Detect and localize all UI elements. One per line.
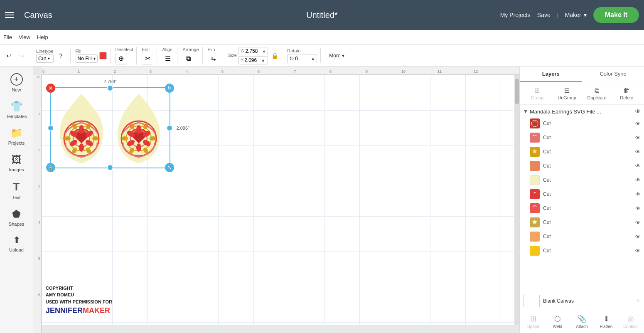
contour-button[interactable]: ◎ Contour: [619, 313, 642, 331]
scrollbar-thumb[interactable]: [515, 79, 519, 104]
aspect-lock-icon[interactable]: 🔒: [271, 52, 278, 59]
layer-visibility-toggle[interactable]: 👁: [635, 108, 641, 115]
undo-button[interactable]: ↩: [3, 50, 15, 62]
fill-select[interactable]: No Fill ▾: [76, 54, 98, 63]
list-item[interactable]: Cut 👁: [520, 187, 644, 201]
layers-toolbar: ⊞ Group ⊟ UnGroup ⧉ Duplicate 🗑 Delete: [520, 82, 644, 105]
size-group: Size W ▲ H ▲ 🔒: [228, 47, 283, 64]
layer-eye-icon[interactable]: 👁: [635, 220, 641, 226]
rotate-handle[interactable]: ↻: [165, 84, 174, 93]
handle-bottom-center[interactable]: [107, 164, 113, 171]
list-item[interactable]: Cut 👁: [520, 131, 644, 145]
list-item[interactable]: Cut 👁: [520, 215, 644, 229]
expand-icon: ▼: [523, 109, 528, 114]
space-button[interactable]: ⊞ Space: [521, 313, 545, 331]
layer-label: Cut: [543, 205, 632, 211]
contour-icon: ◎: [627, 314, 634, 323]
file-menu[interactable]: File: [3, 34, 12, 40]
layer-eye-icon[interactable]: 👁: [635, 191, 641, 197]
blank-canvas-visibility[interactable]: 👁: [635, 298, 641, 304]
tab-layers[interactable]: Layers: [520, 67, 582, 82]
sidebar-item-images[interactable]: 🖼 Images: [2, 150, 31, 175]
view-menu[interactable]: View: [19, 34, 30, 40]
layer-thumbnail: [530, 133, 540, 143]
layer-eye-icon[interactable]: 👁: [635, 163, 641, 169]
machine-selector-button[interactable]: Maker ▾: [565, 12, 587, 18]
duplicate-button[interactable]: ⧉ Duplicate: [583, 85, 611, 102]
hamburger-menu[interactable]: [5, 12, 14, 18]
ruler-horizontal: 0 1 2 3 4 5 6 7 8 9 10 11 12: [42, 67, 519, 75]
scale-handle[interactable]: ⤡: [165, 163, 174, 172]
sidebar-item-upload[interactable]: ⬆ Upload: [2, 232, 31, 256]
layer-thumbnail: [530, 118, 540, 128]
width-field[interactable]: [245, 48, 262, 54]
delete-handle[interactable]: ✕: [46, 84, 55, 93]
sidebar-item-new[interactable]: + New: [2, 70, 31, 96]
ungroup-button[interactable]: ⊟ UnGroup: [553, 85, 581, 102]
layer-eye-icon[interactable]: 👁: [635, 149, 641, 155]
layer-label: Cut: [543, 135, 632, 141]
vertical-scrollbar[interactable]: [514, 75, 519, 325]
handle-left-center[interactable]: [47, 125, 54, 131]
canvas-surface[interactable]: 2.758" 2.096" ✕ ↻ 🔒 ⤡ COPYRIGHT AMY ROME…: [42, 75, 519, 325]
layer-eye-icon[interactable]: 👁: [635, 234, 641, 240]
layers-list: ▼ Mandala Earrings SVG File ... 👁 Cut 👁 …: [520, 105, 644, 292]
layer-eye-icon[interactable]: 👁: [635, 205, 641, 212]
linetype-select[interactable]: Cut ▾: [36, 54, 54, 63]
tab-color-sync[interactable]: Color Sync: [582, 67, 644, 82]
fill-group: Fill No Fill ▾: [76, 49, 111, 63]
menu-bar: File View Help: [0, 30, 644, 45]
list-item[interactable]: Cut 👁: [520, 201, 644, 215]
list-item[interactable]: Cut 👁: [520, 244, 644, 258]
edit-button[interactable]: ✂: [142, 53, 153, 64]
list-item[interactable]: Cut 👁: [520, 159, 644, 173]
save-button[interactable]: Save: [537, 12, 551, 18]
list-item[interactable]: Cut 👁: [520, 145, 644, 159]
delete-button[interactable]: 🗑 Delete: [612, 85, 641, 102]
layer-eye-icon[interactable]: 👁: [635, 135, 641, 141]
make-it-button[interactable]: Make It: [593, 7, 639, 23]
rotate-stepper-up[interactable]: ▲: [311, 56, 315, 61]
attach-button[interactable]: 📎 Attach: [570, 313, 594, 331]
deselect-button[interactable]: ⊕: [116, 53, 127, 64]
height-field[interactable]: [244, 57, 261, 63]
ungroup-icon: ⊟: [555, 86, 580, 94]
height-input[interactable]: H ▲: [238, 56, 268, 64]
redo-button[interactable]: ↪: [16, 50, 27, 62]
attach-icon: 📎: [577, 314, 586, 323]
my-projects-button[interactable]: My Projects: [500, 12, 531, 18]
group-button[interactable]: ⊞ Group: [523, 85, 551, 102]
arrange-button[interactable]: ⧉: [182, 53, 194, 64]
sidebar-item-templates[interactable]: 👕 Templates: [2, 97, 31, 122]
flatten-button[interactable]: ⬇ Flatten: [595, 313, 618, 331]
sidebar-item-shapes[interactable]: ⬟ Shapes: [2, 205, 31, 230]
weld-button[interactable]: ⬡ Weld: [546, 313, 570, 331]
handle-right-center[interactable]: [166, 125, 173, 131]
list-item[interactable]: Cut 👁: [520, 116, 644, 131]
list-item[interactable]: Cut 👁: [520, 173, 644, 187]
height-stepper-up[interactable]: ▲: [261, 58, 265, 62]
svg-point-39: [532, 234, 538, 241]
rotate-field[interactable]: [295, 56, 310, 62]
flip-button[interactable]: ⇆: [208, 53, 219, 64]
sidebar-item-text[interactable]: T Text: [2, 177, 31, 203]
fill-color-swatch[interactable]: [99, 52, 107, 59]
lock-handle[interactable]: 🔒: [46, 163, 55, 172]
linetype-info-button[interactable]: ?: [55, 50, 67, 62]
layer-eye-icon[interactable]: 👁: [635, 177, 641, 183]
width-input[interactable]: W ▲: [238, 47, 268, 55]
handle-top-center[interactable]: [107, 85, 113, 91]
align-button[interactable]: ☰: [162, 53, 174, 64]
rotate-input-wrap: ↻ ▲: [287, 54, 317, 63]
help-menu[interactable]: Help: [37, 34, 48, 40]
width-stepper-up[interactable]: ▲: [262, 49, 266, 53]
align-group: Align ☰: [162, 47, 177, 64]
chevron-down-icon: ▾: [48, 56, 50, 61]
layer-eye-icon[interactable]: 👁: [635, 121, 641, 127]
layer-eye-icon[interactable]: 👁: [635, 248, 641, 254]
sidebar-item-projects[interactable]: 📁 Projects: [2, 124, 31, 149]
more-button[interactable]: More ▾: [326, 51, 348, 60]
layer-group-header[interactable]: ▼ Mandala Earrings SVG File ... 👁: [520, 106, 644, 116]
list-item[interactable]: Cut 👁: [520, 229, 644, 244]
images-icon: 🖼: [12, 154, 22, 165]
